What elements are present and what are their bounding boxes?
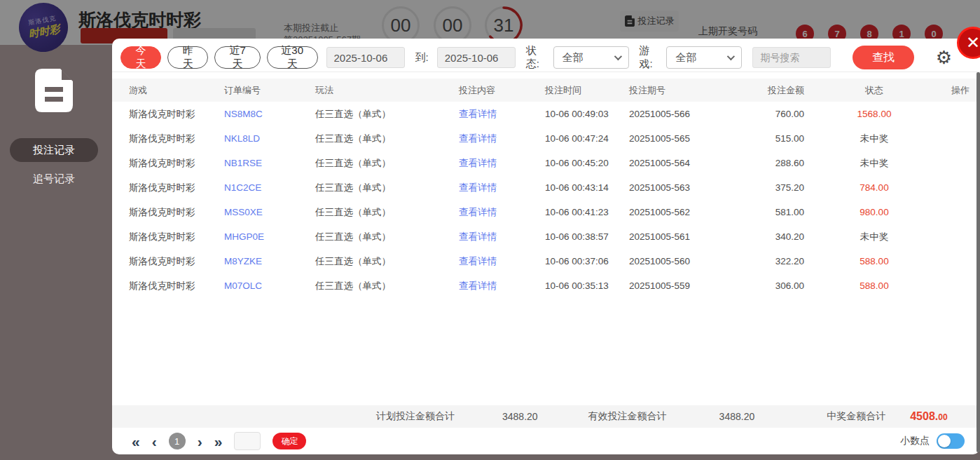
order-link[interactable]: M8YZKE [224, 256, 315, 266]
first-page-button[interactable]: « [132, 434, 140, 449]
cell-time: 10-06 00:38:57 [545, 231, 629, 242]
cell-game: 斯洛伐克时时彩 [129, 182, 224, 194]
order-link[interactable]: NS8M8C [224, 109, 315, 119]
view-details-link[interactable]: 查看详情 [459, 182, 545, 194]
cell-status: 588.00 [804, 280, 944, 291]
date-to-label: 到: [415, 51, 429, 65]
document-icon [35, 69, 73, 112]
column-issue: 投注期号 [629, 84, 741, 97]
game-select[interactable]: 全部 [666, 46, 742, 69]
cell-issue: 20251005-565 [629, 133, 741, 144]
order-link[interactable]: NKL8LD [224, 133, 315, 144]
plan-total-label: 计划投注金额合计 [376, 410, 455, 423]
settings-gear-icon[interactable]: ⚙ [936, 48, 952, 67]
cell-status: 784.00 [804, 182, 944, 193]
column-play: 玩法 [315, 84, 459, 97]
sidebar-item-chase-records[interactable]: 追号记录 [10, 168, 98, 189]
cell-time: 10-06 00:47:24 [545, 133, 629, 144]
order-link[interactable]: N1C2CE [224, 182, 315, 193]
table-row: 斯洛伐克时时彩 MHGP0E 任三直选（单式） 查看详情 10-06 00:38… [112, 224, 976, 249]
cell-status: 980.00 [804, 207, 944, 217]
order-link[interactable]: NB1RSE [224, 158, 315, 168]
cell-amount: 375.20 [741, 182, 804, 193]
last-page-button[interactable]: » [214, 434, 223, 449]
cell-issue: 20251005-563 [629, 182, 741, 193]
cell-amount: 581.00 [741, 207, 804, 217]
table-row: 斯洛伐克时时彩 NKL8LD 任三直选（单式） 查看详情 10-06 00:47… [112, 126, 976, 151]
game-select-value: 全部 [675, 51, 696, 65]
view-details-link[interactable]: 查看详情 [459, 108, 545, 121]
date-to-input[interactable] [437, 47, 516, 68]
page-jump-input[interactable] [234, 432, 261, 450]
cell-time: 10-06 00:45:20 [545, 158, 629, 168]
filter-yesterday-button[interactable]: 昨天 [167, 46, 208, 69]
cell-issue: 20251005-562 [629, 207, 741, 217]
view-details-link[interactable]: 查看详情 [459, 255, 545, 268]
cell-status: 1568.00 [804, 109, 944, 119]
column-content: 投注内容 [459, 84, 545, 97]
order-link[interactable]: MSS0XE [224, 207, 315, 217]
cell-issue: 20251005-560 [629, 256, 741, 266]
cell-amount: 340.20 [741, 231, 804, 242]
cell-game: 斯洛伐克时时彩 [129, 157, 224, 170]
cell-time: 10-06 00:41:23 [545, 207, 629, 217]
cell-play: 任三直选（单式） [315, 231, 459, 243]
cell-play: 任三直选（单式） [315, 206, 459, 219]
bet-records-modal: 今天 昨天 近7天 近30天 到: 状态: 全部 游戏: 全部 查找 ⚙ 游戏 … [112, 39, 980, 454]
status-label: 状态: [526, 44, 547, 71]
filter-today-button[interactable]: 今天 [120, 46, 161, 69]
current-page-badge[interactable]: 1 [169, 433, 186, 449]
decimal-toggle[interactable] [937, 433, 965, 449]
column-status: 状态 [804, 84, 944, 97]
view-details-link[interactable]: 查看详情 [459, 157, 545, 170]
sidebar-item-bet-records[interactable]: 投注记录 [10, 138, 98, 162]
cell-time: 10-06 00:49:03 [545, 109, 629, 119]
cell-play: 任三直选（单式） [315, 157, 459, 170]
table-row: 斯洛伐克时时彩 MSS0XE 任三直选（单式） 查看详情 10-06 00:41… [112, 200, 976, 224]
column-game: 游戏 [129, 84, 224, 97]
column-action: 操作 [944, 84, 976, 97]
table-header: 游戏 订单编号 玩法 投注内容 投注时间 投注期号 投注金额 状态 操作 [112, 79, 976, 102]
search-button[interactable]: 查找 [853, 46, 913, 69]
date-from-input[interactable] [326, 47, 405, 68]
filter-bar: 今天 昨天 近7天 近30天 到: 状态: 全部 游戏: 全部 查找 ⚙ [120, 46, 952, 69]
view-details-link[interactable]: 查看详情 [459, 231, 545, 243]
cell-status: 未中奖 [804, 231, 944, 243]
table-row: 斯洛伐克时时彩 M07OLC 任三直选（单式） 查看详情 10-06 00:35… [112, 273, 976, 298]
filter-last30-button[interactable]: 近30天 [267, 46, 318, 69]
filter-last7-button[interactable]: 近7天 [214, 46, 260, 69]
cell-game: 斯洛伐克时时彩 [129, 133, 224, 145]
cell-play: 任三直选（单式） [315, 133, 459, 145]
cell-game: 斯洛伐克时时彩 [129, 280, 224, 292]
issue-search-input[interactable] [752, 47, 831, 68]
table-scrollbar[interactable] [976, 72, 980, 452]
view-details-link[interactable]: 查看详情 [459, 206, 545, 219]
win-total-label: 中奖金额合计 [827, 410, 885, 423]
cell-amount: 515.00 [741, 133, 804, 144]
view-details-link[interactable]: 查看详情 [459, 133, 545, 145]
chevron-down-icon [614, 53, 621, 60]
order-link[interactable]: M07OLC [224, 280, 315, 291]
plan-total-value: 3488.20 [502, 411, 538, 422]
cell-amount: 288.60 [741, 158, 804, 168]
table-row: 斯洛伐克时时彩 M8YZKE 任三直选（单式） 查看详情 10-06 00:37… [112, 249, 976, 273]
records-sidebar: 投注记录 追号记录 [0, 39, 112, 460]
valid-total-label: 有效投注金额合计 [588, 410, 667, 423]
cell-time: 10-06 00:35:13 [545, 280, 629, 291]
next-page-button[interactable]: › [198, 434, 202, 449]
view-details-link[interactable]: 查看详情 [459, 280, 545, 292]
cell-play: 任三直选（单式） [315, 108, 459, 121]
cell-play: 任三直选（单式） [315, 182, 459, 194]
cell-status: 未中奖 [804, 157, 944, 170]
prev-page-button[interactable]: ‹ [152, 434, 157, 449]
cell-play: 任三直选（单式） [315, 255, 459, 268]
cell-issue: 20251005-561 [629, 231, 741, 242]
cell-game: 斯洛伐克时时彩 [129, 255, 224, 268]
order-link[interactable]: MHGP0E [224, 231, 315, 242]
column-order: 订单编号 [224, 84, 315, 97]
cell-game: 斯洛伐克时时彩 [129, 231, 224, 243]
win-total-value: 4508.00 [910, 410, 947, 423]
status-select[interactable]: 全部 [553, 46, 629, 69]
column-amount: 投注金额 [741, 84, 804, 97]
confirm-button[interactable]: 确定 [272, 433, 306, 449]
